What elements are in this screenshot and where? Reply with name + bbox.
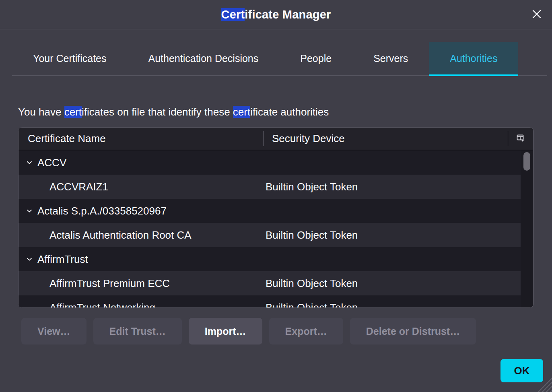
close-icon <box>531 8 543 21</box>
tree-row-group[interactable]: Actalis S.p.A./03358520967 <box>19 199 533 223</box>
tree-scrollbar-track[interactable] <box>521 151 533 307</box>
certificate-manager-tabs: Your CertificatesAuthentication Decision… <box>12 42 547 76</box>
security-device: Builtin Object Token <box>263 277 533 290</box>
tree-body: ACCV ACCVRAIZ1 Builtin Object Token Acta… <box>19 151 533 307</box>
chevron-down-icon[interactable] <box>25 159 33 167</box>
table-columns-icon <box>516 133 525 144</box>
tab-servers[interactable]: Servers <box>352 42 429 75</box>
security-device: Builtin Object Token <box>263 229 533 241</box>
export-button[interactable]: Export… <box>269 318 343 345</box>
certificate-name: Actalis Authentication Root CA <box>49 229 192 241</box>
close-button[interactable] <box>529 6 545 23</box>
column-picker-button[interactable] <box>508 128 533 150</box>
group-label: Actalis S.p.A./03358520967 <box>37 205 167 217</box>
action-button-row: View…Edit Trust…Import…Export…Delete or … <box>21 318 476 345</box>
tab-people[interactable]: People <box>279 42 352 75</box>
certificates-tree: Certificate Name Security Device ACCV <box>18 127 533 308</box>
title-find-highlight: Cert <box>221 8 245 21</box>
description-text: ificates on file that identify these <box>82 106 233 118</box>
chevron-down-icon[interactable] <box>25 207 33 215</box>
ok-button[interactable]: OK <box>501 359 543 382</box>
tab-authentication-decisions[interactable]: Authentication Decisions <box>128 42 280 75</box>
dialog-titlebar: Certificate Manager <box>0 0 552 29</box>
find-highlight: cert <box>64 106 82 118</box>
tree-header: Certificate Name Security Device <box>19 128 533 150</box>
tree-row-certificate[interactable]: AffirmTrust Premium ECC Builtin Object T… <box>19 271 533 295</box>
tab-your-certificates[interactable]: Your Certificates <box>12 42 128 75</box>
title-rest: ificate Manager <box>245 8 331 21</box>
find-highlight: cert <box>233 106 250 118</box>
chevron-down-icon[interactable] <box>25 255 33 263</box>
dialog-title: Certificate Manager <box>221 8 331 21</box>
view-button[interactable]: View… <box>21 318 87 345</box>
tree-row-group[interactable]: ACCV <box>19 151 533 175</box>
description-text: ificate authorities <box>250 106 329 118</box>
column-divider <box>263 131 264 146</box>
authorities-description: You have certificates on file that ident… <box>18 105 329 119</box>
group-label: AffirmTrust <box>37 253 88 266</box>
import-button[interactable]: Import… <box>189 318 262 345</box>
group-label: ACCV <box>37 157 66 169</box>
security-device: Builtin Object Token <box>263 301 533 308</box>
column-header-certificate-name[interactable]: Certificate Name <box>19 132 263 145</box>
certificate-name: AffirmTrust Networking <box>49 301 155 308</box>
security-device: Builtin Object Token <box>263 181 533 193</box>
tree-scrollbar-thumb[interactable] <box>523 152 530 171</box>
tree-row-group[interactable]: AffirmTrust <box>19 247 533 271</box>
edit-trust-button[interactable]: Edit Trust… <box>93 318 182 345</box>
description-text: You have <box>18 106 64 118</box>
tree-row-certificate[interactable]: AffirmTrust Networking Builtin Object To… <box>19 295 533 308</box>
tree-row-certificate[interactable]: Actalis Authentication Root CA Builtin O… <box>19 223 533 247</box>
column-header-security-device[interactable]: Security Device <box>263 132 533 145</box>
certificate-name: AffirmTrust Premium ECC <box>49 277 170 290</box>
tab-authorities[interactable]: Authorities <box>429 42 518 75</box>
tree-row-certificate[interactable]: ACCVRAIZ1 Builtin Object Token <box>19 175 533 199</box>
delete-or-distrust-button[interactable]: Delete or Distrust… <box>350 318 476 345</box>
certificate-name: ACCVRAIZ1 <box>49 181 108 193</box>
